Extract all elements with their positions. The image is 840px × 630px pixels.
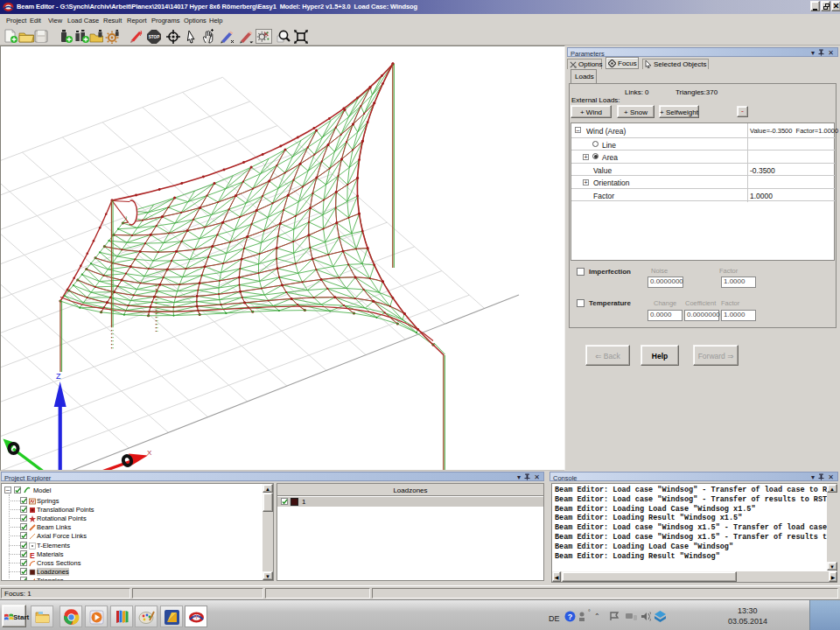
svg-text:STOP: STOP [149, 35, 159, 39]
svg-text:E: E [30, 551, 35, 558]
svg-text:X: X [147, 449, 152, 457]
svg-text:?: ? [568, 612, 573, 621]
svg-text:Z: Z [56, 372, 61, 381]
